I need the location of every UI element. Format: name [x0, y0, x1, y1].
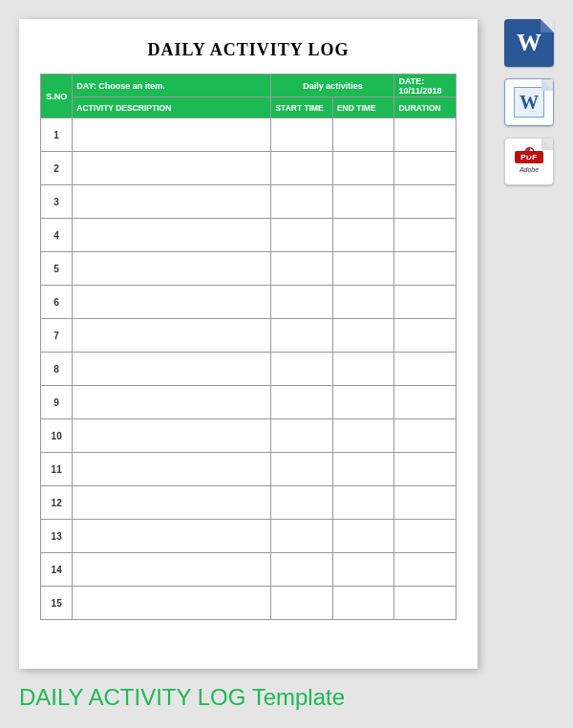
table-row: 1	[41, 118, 456, 152]
cell-desc	[73, 553, 271, 587]
cell-end	[332, 286, 394, 319]
table-row: 11	[41, 453, 456, 486]
cell-desc	[73, 152, 271, 185]
header-sno: S.NO	[41, 75, 73, 118]
table-row: 13	[41, 520, 456, 553]
table-row: 3	[41, 185, 456, 219]
row-number: 6	[41, 286, 73, 319]
cell-desc	[73, 386, 271, 419]
cell-start	[271, 152, 333, 185]
table-row: 4	[41, 219, 456, 252]
word-glyph: W	[517, 29, 541, 57]
cell-dur	[394, 319, 456, 353]
download-pdf-icon[interactable]: ⎋ PDF Adobe	[504, 138, 554, 185]
cell-end	[332, 453, 394, 486]
cell-desc	[73, 587, 271, 620]
download-word-docx-icon[interactable]: W	[504, 19, 554, 67]
cell-end	[332, 386, 394, 419]
cell-dur	[394, 353, 456, 386]
cell-end	[332, 185, 394, 219]
col-start-time: START TIME	[271, 97, 333, 118]
row-number: 11	[41, 453, 73, 486]
cell-dur	[394, 252, 456, 286]
cell-dur	[394, 486, 456, 520]
table-row: 9	[41, 386, 456, 419]
cell-dur	[394, 453, 456, 486]
table-row: 12	[41, 486, 456, 520]
table-row: 5	[41, 252, 456, 286]
cell-start	[271, 118, 333, 152]
cell-start	[271, 486, 333, 520]
cell-desc	[73, 520, 271, 553]
cell-desc	[73, 252, 271, 286]
cell-start	[271, 386, 333, 419]
cell-end	[332, 118, 394, 152]
cell-end	[332, 587, 394, 620]
cell-desc	[73, 419, 271, 453]
cell-start	[271, 553, 333, 587]
word-glyph: W	[520, 92, 539, 114]
cell-dur	[394, 553, 456, 587]
cell-end	[332, 553, 394, 587]
cell-start	[271, 453, 333, 486]
page-caption: DAILY ACTIVITY LOG Template	[19, 684, 345, 711]
cell-start	[271, 185, 333, 219]
row-number: 14	[41, 553, 73, 587]
header-center: Daily activities	[271, 75, 394, 97]
row-number: 2	[41, 152, 73, 185]
header-day: DAY: Choose an item.	[73, 75, 271, 97]
cell-desc	[73, 453, 271, 486]
cell-desc	[73, 486, 271, 520]
cell-desc	[73, 319, 271, 353]
cell-start	[271, 219, 333, 252]
cell-dur	[394, 219, 456, 252]
cell-end	[332, 353, 394, 386]
row-number: 8	[41, 353, 73, 386]
col-duration: DURATION	[394, 97, 456, 118]
cell-end	[332, 319, 394, 353]
activity-table: S.NO DAY: Choose an item. Daily activiti…	[40, 74, 456, 620]
cell-dur	[394, 520, 456, 553]
cell-desc	[73, 185, 271, 219]
download-word-doc-icon[interactable]: W	[504, 78, 554, 126]
table-body: 1 2 3 4 5 6 7 8 9 10 11 12 13 14 15	[41, 118, 456, 620]
cell-start	[271, 353, 333, 386]
row-number: 3	[41, 185, 73, 219]
cell-start	[271, 587, 333, 620]
header-date: DATE: 10/11/2018	[394, 75, 456, 97]
col-end-time: END TIME	[332, 97, 394, 118]
cell-dur	[394, 185, 456, 219]
row-number: 4	[41, 219, 73, 252]
cell-end	[332, 419, 394, 453]
col-activity-description: ACTIVITY DESCRIPTION	[73, 97, 271, 118]
table-row: 7	[41, 319, 456, 353]
table-row: 15	[41, 587, 456, 620]
cell-dur	[394, 386, 456, 419]
cell-start	[271, 252, 333, 286]
pdf-logo-icon: ⎋	[525, 142, 534, 159]
cell-desc	[73, 353, 271, 386]
table-row: 10	[41, 419, 456, 453]
cell-start	[271, 286, 333, 319]
table-row: 6	[41, 286, 456, 319]
cell-start	[271, 419, 333, 453]
row-number: 1	[41, 118, 73, 152]
cell-desc	[73, 219, 271, 252]
cell-desc	[73, 286, 271, 319]
cell-dur	[394, 152, 456, 185]
cell-desc	[73, 118, 271, 152]
document-page: DAILY ACTIVITY LOG S.NO DAY: Choose an i…	[19, 19, 478, 669]
header-row-2: ACTIVITY DESCRIPTION START TIME END TIME…	[41, 97, 456, 118]
cell-end	[332, 252, 394, 286]
cell-start	[271, 520, 333, 553]
cell-dur	[394, 286, 456, 319]
cell-dur	[394, 419, 456, 453]
download-icons: W W ⎋ PDF Adobe	[504, 19, 560, 185]
cell-dur	[394, 587, 456, 620]
cell-end	[332, 219, 394, 252]
row-number: 10	[41, 419, 73, 453]
row-number: 5	[41, 252, 73, 286]
row-number: 15	[41, 587, 73, 620]
table-row: 8	[41, 353, 456, 386]
pdf-brand: Adobe	[520, 166, 539, 173]
